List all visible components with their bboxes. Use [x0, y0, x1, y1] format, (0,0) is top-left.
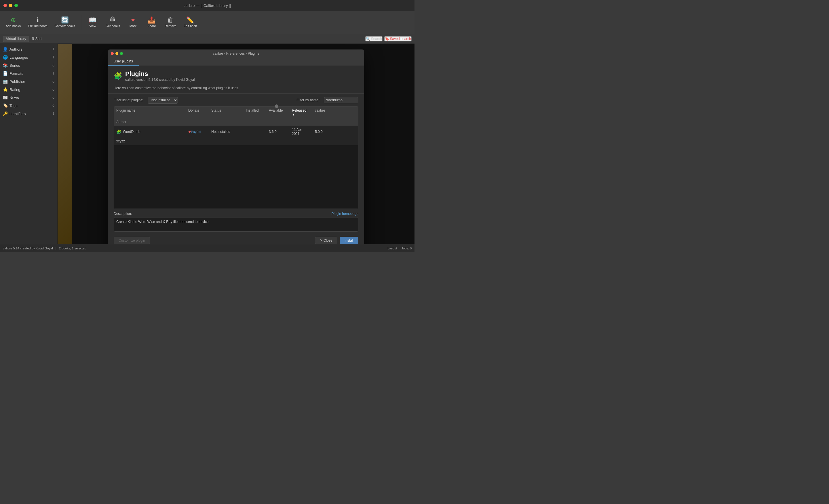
mark-icon: ♥ — [131, 17, 135, 23]
close-button[interactable]: ✕ Close — [315, 237, 337, 244]
plugin-table-body: 🧩 WordDumb ♥ PayPal Not installed 3.6.0 — [114, 126, 358, 208]
desc-textarea[interactable]: Create Kindle Word Wise and X-Ray file t… — [114, 217, 358, 232]
maximize-window-btn[interactable] — [14, 4, 18, 7]
desc-label: Description: — [114, 212, 132, 216]
get-books-label: Get books — [106, 24, 120, 28]
share-icon: 📤 — [148, 17, 155, 23]
tab-user-plugins[interactable]: User plugins — [108, 57, 139, 66]
layout-button[interactable]: Layout — [388, 246, 397, 250]
authors-icon: 👤 — [3, 47, 8, 51]
th-calibre[interactable]: calibre — [313, 107, 336, 118]
share-button[interactable]: 📤 Share — [143, 15, 160, 29]
desc-header: Description: Plugin homepage — [114, 212, 358, 216]
share-label: Share — [147, 24, 156, 28]
td-author: xxyzz — [114, 138, 186, 145]
th-available[interactable]: Available — [266, 107, 290, 118]
languages-icon: 🌐 — [3, 55, 8, 60]
paypal-text: PayPal — [191, 130, 201, 133]
tags-icon: 🏷️ — [3, 103, 8, 108]
dialog-title: calibre - Preferences - Plugins — [213, 51, 259, 55]
filter-name-input[interactable] — [324, 97, 358, 103]
mark-label: Mark — [130, 24, 137, 28]
sidebar-item-authors[interactable]: 👤 Authors 1 — [0, 45, 57, 53]
filter-list-label: Filter list of plugins: — [114, 98, 143, 102]
th-installed[interactable]: Installed — [244, 107, 266, 118]
install-button[interactable]: Install — [340, 237, 358, 244]
status-right: Layout Jobs: 0 — [388, 246, 412, 250]
close-window-btn[interactable] — [3, 4, 7, 7]
get-books-icon: 🏛 — [110, 17, 116, 23]
saved-search-button[interactable]: 🔖 Saved search — [384, 36, 411, 41]
table-row[interactable]: 🧩 WordDumb ♥ PayPal Not installed 3.6.0 — [114, 126, 358, 145]
view-button[interactable]: 📖 View — [84, 15, 101, 29]
dialog-min-btn[interactable] — [115, 52, 118, 55]
sidebar-item-rating[interactable]: ⭐ Rating 0 — [0, 85, 57, 93]
sort-button[interactable]: ⇅ Sort — [32, 37, 42, 41]
toolbar-separator-1 — [81, 15, 81, 30]
get-books-button[interactable]: 🏛 Get books — [103, 15, 123, 29]
sidebar-item-publisher[interactable]: 🏢 Publisher 0 — [0, 77, 57, 85]
secondary-bar: Virtual library ⇅ Sort 🔍 Search 🔖 Saved … — [0, 34, 414, 44]
plugin-description-line: Here you can customize the behavior of c… — [108, 86, 364, 94]
remove-icon: 🗑 — [167, 17, 174, 23]
plugin-header-title: Plugins — [125, 70, 194, 78]
virtual-library-button[interactable]: Virtual library — [3, 36, 29, 42]
convert-books-icon: 🔄 — [61, 17, 69, 23]
search-button[interactable]: 🔍 Search — [365, 36, 383, 41]
dialog-max-btn[interactable] — [120, 52, 123, 55]
th-author[interactable]: Author — [114, 118, 186, 126]
mark-button[interactable]: ♥ Mark — [124, 15, 142, 29]
th-plugin-name[interactable]: Plugin name — [114, 107, 186, 118]
plugin-homepage-link[interactable]: Plugin homepage — [332, 212, 358, 216]
convert-books-label: Convert books — [55, 24, 75, 28]
th-status[interactable]: Status — [209, 107, 244, 118]
main-layout: 👤 Authors 1 🌐 Languages 1 📚 Series 0 📄 F… — [0, 44, 414, 244]
view-icon: 📖 — [89, 17, 97, 23]
news-icon: 📰 — [3, 95, 8, 100]
plugin-header: 🧩 Plugins calibre version 5.14.0 created… — [108, 66, 364, 86]
edit-metadata-button[interactable]: ℹ Edit metadata — [25, 15, 50, 29]
td-available: 3.6.0 — [266, 126, 290, 138]
dialog-action-row: Customize plugin ✕ Close Install — [108, 234, 364, 244]
sidebar-item-tags[interactable]: 🏷️ Tags 0 — [0, 102, 57, 110]
title-bar: calibre — || Calibre Library || — [0, 0, 414, 11]
plugin-name-text: WordDumb — [123, 130, 140, 134]
sidebar: 👤 Authors 1 🌐 Languages 1 📚 Series 0 📄 F… — [0, 44, 58, 244]
plugin-row-icon: 🧩 — [116, 129, 121, 134]
identifiers-icon: 🔑 — [3, 111, 8, 116]
publisher-icon: 🏢 — [3, 79, 8, 84]
customize-plugin-disabled-button: Customize plugin — [114, 237, 150, 244]
edit-book-button[interactable]: ✏️ Edit book — [181, 15, 200, 29]
formats-icon: 📄 — [3, 71, 8, 76]
convert-books-button[interactable]: 🔄 Convert books — [52, 15, 78, 29]
sort-icon: ⇅ — [32, 37, 35, 41]
status-bar: calibre 5.14 created by Kovid Goyal | 2 … — [0, 244, 414, 252]
modal-overlay: calibre - Preferences - Plugins User plu… — [58, 44, 414, 244]
td-released: 11 Apr 2021 — [290, 126, 313, 138]
add-books-button[interactable]: ⊕ Add books — [3, 15, 24, 29]
th-released[interactable]: Released ▼ — [290, 107, 313, 118]
dialog-titlebar: calibre - Preferences - Plugins — [108, 49, 364, 57]
dialog-window-controls — [111, 52, 123, 55]
sidebar-item-identifiers[interactable]: 🔑 Identifiers 1 — [0, 110, 57, 118]
sidebar-item-news[interactable]: 📰 News 0 — [0, 93, 57, 102]
sidebar-item-languages[interactable]: 🌐 Languages 1 — [0, 53, 57, 61]
bookmark-icon: 🔖 — [385, 37, 389, 41]
dialog-close-btn[interactable] — [111, 52, 114, 55]
sidebar-item-series[interactable]: 📚 Series 0 — [0, 61, 57, 69]
main-toolbar: ⊕ Add books ℹ Edit metadata 🔄 Convert bo… — [0, 11, 414, 34]
td-calibre: 5.0.0 — [313, 126, 336, 138]
window-controls — [3, 4, 18, 7]
th-donate[interactable]: Donate — [186, 107, 209, 118]
plugin-table-empty — [114, 145, 358, 208]
sidebar-item-formats[interactable]: 📄 Formats 1 — [0, 69, 57, 77]
remove-button[interactable]: 🗑 Remove — [162, 15, 179, 29]
filter-status-select[interactable]: Not installed — [148, 96, 178, 104]
remove-label: Remove — [165, 24, 176, 28]
view-label: View — [89, 24, 96, 28]
plugin-table: Plugin name Donate Status Installed Avai… — [114, 107, 358, 209]
td-plugin-name: 🧩 WordDumb — [114, 126, 186, 138]
td-donate[interactable]: ♥ PayPal — [186, 126, 209, 138]
book-list-area: calibre - Preferences - Plugins User plu… — [58, 44, 414, 244]
minimize-window-btn[interactable] — [9, 4, 12, 7]
